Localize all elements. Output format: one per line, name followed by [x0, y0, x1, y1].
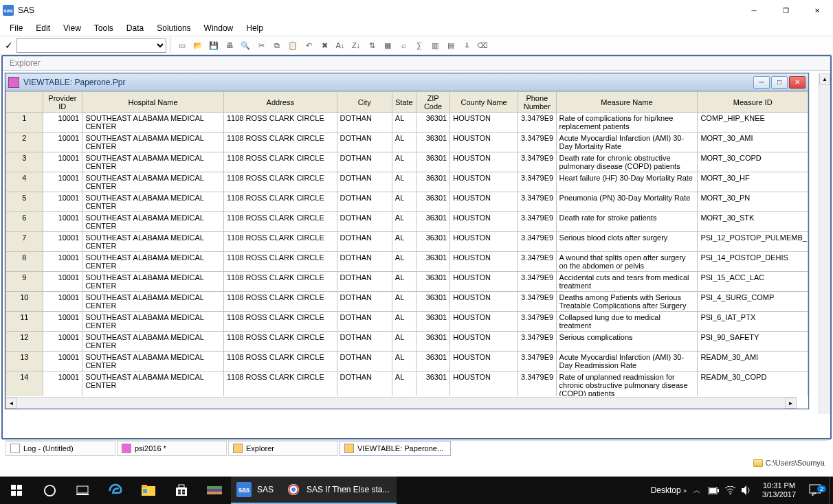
- cell[interactable]: SOUTHEAST ALABAMA MEDICAL CENTER: [82, 312, 224, 332]
- cell[interactable]: 3.3479E9: [518, 152, 557, 172]
- cell[interactable]: 1108 ROSS CLARK CIRCLE: [223, 172, 337, 192]
- cell[interactable]: SOUTHEAST ALABAMA MEDICAL CENTER: [82, 292, 224, 312]
- cell[interactable]: 36301: [416, 172, 449, 192]
- unhide-icon[interactable]: ▤: [443, 38, 458, 53]
- cell[interactable]: 3.3479E9: [518, 312, 557, 332]
- import-icon[interactable]: ⇩: [459, 38, 474, 53]
- row-number[interactable]: 8: [6, 252, 43, 272]
- cell[interactable]: 10001: [43, 352, 82, 371]
- column-header[interactable]: County Name: [450, 92, 518, 113]
- cell[interactable]: 3.3479E9: [518, 232, 557, 252]
- minimize-button[interactable]: ─: [738, 0, 770, 21]
- cell[interactable]: 1108 ROSS CLARK CIRCLE: [223, 332, 337, 352]
- cell[interactable]: 36301: [416, 371, 449, 397]
- cell[interactable]: SOUTHEAST ALABAMA MEDICAL CENTER: [82, 272, 224, 292]
- menu-file[interactable]: File: [4, 22, 28, 34]
- subset-icon[interactable]: ▦: [380, 38, 395, 53]
- cell[interactable]: 36301: [416, 212, 449, 232]
- tray-chevron-icon[interactable]: ︿: [691, 485, 703, 496]
- cell[interactable]: 1108 ROSS CLARK CIRCLE: [223, 232, 337, 252]
- corner-cell[interactable]: [6, 92, 43, 113]
- cell[interactable]: DOTHAN: [337, 133, 392, 152]
- cell[interactable]: DOTHAN: [337, 152, 392, 172]
- row-number[interactable]: 7: [6, 232, 43, 252]
- new-icon[interactable]: ▭: [175, 38, 190, 53]
- edge-icon[interactable]: [99, 477, 132, 504]
- cell[interactable]: READM_30_COPD: [698, 371, 808, 397]
- row-number[interactable]: 3: [6, 152, 43, 172]
- row-number[interactable]: 12: [6, 332, 43, 352]
- cell[interactable]: 36301: [416, 332, 449, 352]
- menu-edit[interactable]: Edit: [30, 22, 56, 34]
- row-number[interactable]: 9: [6, 272, 43, 292]
- cell[interactable]: AL: [392, 252, 416, 272]
- cell[interactable]: 1108 ROSS CLARK CIRCLE: [223, 252, 337, 272]
- cell[interactable]: 1108 ROSS CLARK CIRCLE: [223, 352, 337, 371]
- cell[interactable]: AL: [392, 272, 416, 292]
- cell[interactable]: 1108 ROSS CLARK CIRCLE: [223, 292, 337, 312]
- show-desktop-button[interactable]: [829, 477, 833, 504]
- table-row[interactable]: 1210001SOUTHEAST ALABAMA MEDICAL CENTER1…: [6, 332, 808, 352]
- cell[interactable]: 3.3479E9: [518, 371, 557, 397]
- cell[interactable]: Pneumonia (PN) 30-Day Mortality Rate: [556, 192, 698, 212]
- cell[interactable]: SOUTHEAST ALABAMA MEDICAL CENTER: [82, 232, 224, 252]
- store-icon[interactable]: [165, 477, 198, 504]
- cell[interactable]: Acute Myocardial Infarction (AMI) 30-Day…: [556, 133, 698, 152]
- cell[interactable]: 3.3479E9: [518, 292, 557, 312]
- calc-col-icon[interactable]: ∑: [412, 38, 427, 53]
- column-header[interactable]: State: [392, 92, 416, 113]
- cell[interactable]: 3.3479E9: [518, 113, 557, 133]
- tray-volume-icon[interactable]: [740, 485, 753, 495]
- cell[interactable]: HOUSTON: [450, 252, 518, 272]
- submit-check-icon[interactable]: ✓: [3, 38, 15, 53]
- cell[interactable]: HOUSTON: [450, 172, 518, 192]
- cell[interactable]: 36301: [416, 152, 449, 172]
- child-close-button[interactable]: ✕: [789, 76, 806, 89]
- hide-icon[interactable]: ▥: [427, 38, 443, 53]
- window-tab-enhanced-editor[interactable]: psi2016 *: [117, 441, 227, 456]
- row-number[interactable]: 5: [6, 192, 43, 212]
- scroll-track[interactable]: [17, 398, 785, 409]
- cell[interactable]: MORT_30_PN: [698, 192, 808, 212]
- cell[interactable]: 10001: [43, 292, 82, 312]
- cell[interactable]: DOTHAN: [337, 312, 392, 332]
- cell[interactable]: 3.3479E9: [518, 172, 557, 192]
- child-title-bar[interactable]: VIEWTABLE: Paperone.Ppr ─ □ ✕: [5, 73, 808, 91]
- column-header[interactable]: City: [337, 92, 392, 113]
- cell[interactable]: DOTHAN: [337, 352, 392, 371]
- cell[interactable]: PSI_90_SAFETY: [698, 332, 808, 352]
- cell[interactable]: MORT_30_STK: [698, 212, 808, 232]
- mdi-vertical-scrollbar[interactable]: ▲: [819, 73, 830, 414]
- cell[interactable]: HOUSTON: [450, 352, 518, 371]
- cell[interactable]: PSI_6_IAT_PTX: [698, 312, 808, 332]
- menu-solutions[interactable]: Solutions: [151, 22, 196, 34]
- scroll-left-arrow[interactable]: ◄: [5, 398, 17, 409]
- cell[interactable]: DOTHAN: [337, 232, 392, 252]
- cell[interactable]: 36301: [416, 192, 449, 212]
- column-header[interactable]: Provider ID: [43, 92, 82, 113]
- column-header[interactable]: ZIP Code: [416, 92, 449, 113]
- column-header[interactable]: Hospital Name: [82, 92, 224, 113]
- cell[interactable]: 36301: [416, 133, 449, 152]
- cell[interactable]: 10001: [43, 152, 82, 172]
- scroll-up-arrow[interactable]: ▲: [819, 73, 830, 85]
- row-number[interactable]: 10: [6, 292, 43, 312]
- cell[interactable]: SOUTHEAST ALABAMA MEDICAL CENTER: [82, 192, 224, 212]
- cell[interactable]: HOUSTON: [450, 152, 518, 172]
- cell[interactable]: 10001: [43, 371, 82, 397]
- cell[interactable]: HOUSTON: [450, 212, 518, 232]
- cell[interactable]: 10001: [43, 272, 82, 292]
- cell[interactable]: MORT_30_AMI: [698, 133, 808, 152]
- cell[interactable]: SOUTHEAST ALABAMA MEDICAL CENTER: [82, 332, 224, 352]
- cell[interactable]: 10001: [43, 312, 82, 332]
- table-viewport[interactable]: Provider IDHospital NameAddressCityState…: [5, 91, 808, 396]
- cell[interactable]: SOUTHEAST ALABAMA MEDICAL CENTER: [82, 113, 224, 133]
- cell[interactable]: 10001: [43, 172, 82, 192]
- cell[interactable]: AL: [392, 312, 416, 332]
- cell[interactable]: AL: [392, 133, 416, 152]
- cell[interactable]: PSI_12_POSTOP_PULMEMB_: [698, 232, 808, 252]
- cell[interactable]: 10001: [43, 252, 82, 272]
- cell[interactable]: 36301: [416, 272, 449, 292]
- cell[interactable]: Rate of unplanned readmission for chroni…: [556, 371, 698, 397]
- cell[interactable]: 3.3479E9: [518, 192, 557, 212]
